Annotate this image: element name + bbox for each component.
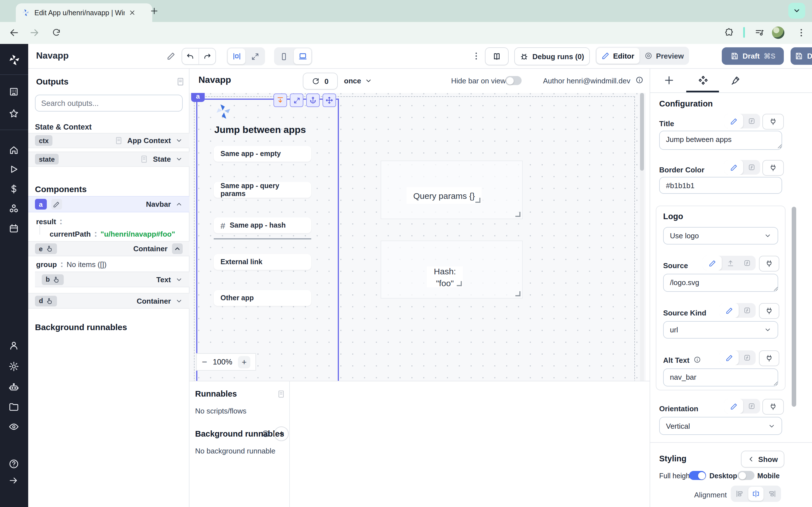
group-json-line[interactable]: group:No items ([])	[36, 259, 107, 269]
ctx-row[interactable]: ctx App Context	[28, 133, 190, 148]
anchor-icon[interactable]	[306, 94, 320, 107]
rename-pencil-icon[interactable]	[167, 52, 175, 60]
static-pencil-button[interactable]	[724, 160, 743, 175]
window-scrollbar-thumb[interactable]	[792, 207, 796, 407]
app-canvas[interactable]: a Jump between apps Same app - empty Sam…	[190, 93, 646, 381]
state-badge[interactable]: state	[35, 154, 59, 165]
windmill-logo[interactable]	[8, 54, 21, 66]
favorites-star-icon[interactable]	[8, 108, 19, 119]
redo-button[interactable]	[199, 48, 215, 64]
static-pencil-button[interactable]	[703, 256, 722, 270]
back-icon[interactable]	[9, 27, 19, 38]
reload-icon[interactable]	[52, 28, 61, 37]
logo-select[interactable]: Use logo	[663, 227, 778, 244]
billing-dollar-icon[interactable]	[8, 184, 19, 194]
connect-plug-button[interactable]	[762, 399, 784, 414]
tab-close-icon[interactable]	[129, 10, 135, 16]
function-button[interactable]	[739, 256, 756, 270]
nav-item-same-app-empty[interactable]: Same app - empty	[214, 146, 311, 162]
function-button[interactable]	[743, 160, 760, 175]
connect-plug-button[interactable]	[759, 303, 779, 319]
query-params-text[interactable]: Query params {}	[407, 187, 481, 204]
desktop-view-button[interactable]	[294, 48, 311, 64]
function-button[interactable]	[743, 114, 760, 128]
schedules-calendar-icon[interactable]	[8, 223, 19, 234]
nav-item-external-link[interactable]: External link	[214, 254, 311, 270]
nav-item-other-app[interactable]: Other app	[214, 290, 311, 306]
deploy-button[interactable]: Deploy	[791, 47, 812, 65]
full-height-mobile-toggle[interactable]	[738, 471, 755, 480]
centered-layout-button[interactable]	[228, 48, 245, 64]
collapse-arrow-icon[interactable]	[8, 475, 18, 486]
settings-gear-icon[interactable]	[8, 361, 19, 372]
connect-plug-button[interactable]	[759, 350, 779, 366]
connect-plug-button[interactable]	[759, 256, 779, 272]
static-pencil-button[interactable]	[719, 350, 739, 365]
expand-down-icon[interactable]	[273, 94, 287, 107]
component-row-text-b[interactable]: b Text	[35, 272, 190, 287]
chevron-up-icon[interactable]	[172, 243, 183, 254]
full-height-desktop-toggle[interactable]	[689, 471, 706, 480]
connect-plug-button[interactable]	[762, 114, 784, 129]
static-pencil-button[interactable]	[719, 303, 739, 318]
component-row-container-d[interactable]: d Container	[28, 293, 190, 309]
styling-brush-icon[interactable]	[730, 75, 741, 86]
d-badge[interactable]: d	[35, 295, 57, 306]
doc-icon[interactable]	[114, 136, 123, 145]
debug-runs-button[interactable]: Debug runs (0)	[514, 47, 590, 65]
docs-book-button[interactable]	[485, 47, 509, 65]
query-params-container[interactable]: Query params {}	[380, 161, 523, 219]
info-icon[interactable]	[636, 76, 644, 84]
navbar-badge[interactable]: a	[35, 199, 47, 210]
chevron-down-icon[interactable]	[175, 297, 183, 304]
canvas-scrollbar-track[interactable]	[640, 93, 644, 381]
align-left-button[interactable]	[732, 487, 747, 501]
extensions-icon[interactable]	[724, 27, 733, 37]
components-diamond-icon[interactable]	[698, 75, 709, 86]
preview-tab[interactable]: Preview	[641, 48, 688, 64]
runs-play-icon[interactable]	[8, 164, 19, 175]
function-button[interactable]	[743, 399, 760, 413]
doc-icon[interactable]	[140, 155, 148, 163]
runnables-doc-icon[interactable]	[277, 390, 285, 398]
undo-button[interactable]	[182, 48, 199, 64]
help-icon[interactable]	[8, 459, 19, 469]
chevron-down-icon[interactable]	[175, 276, 183, 283]
nav-item-same-app-hash[interactable]: # Same app - hash	[214, 217, 311, 233]
styling-show-button[interactable]: Show	[741, 451, 784, 467]
info-icon[interactable]	[262, 430, 269, 438]
hash-container[interactable]: Hash: "foo"	[380, 240, 523, 298]
edit-pencil-icon[interactable]	[51, 199, 62, 210]
function-button[interactable]	[739, 350, 756, 365]
mobile-view-button[interactable]	[275, 48, 293, 64]
fullscreen-icon[interactable]	[290, 94, 303, 107]
ctx-badge[interactable]: ctx	[35, 135, 53, 146]
outputs-doc-icon[interactable]	[176, 77, 185, 86]
connect-plug-button[interactable]	[762, 160, 784, 176]
source-input[interactable]: /logo.svg	[663, 274, 778, 292]
insert-plus-icon[interactable]	[664, 75, 674, 86]
component-id-badge[interactable]: a	[191, 93, 205, 102]
component-row-container-e[interactable]: e Container	[28, 241, 190, 256]
workers-robot-icon[interactable]	[8, 382, 19, 393]
browser-menu-icon[interactable]	[796, 27, 806, 38]
nav-item-same-app-query-params[interactable]: Same app - query params	[214, 182, 311, 198]
chevron-down-icon[interactable]	[175, 156, 183, 163]
resize-handle-icon[interactable]	[772, 380, 778, 386]
chevron-down-icon[interactable]	[175, 137, 183, 144]
hide-bar-toggle[interactable]	[505, 76, 522, 85]
resize-handle-icon[interactable]	[772, 286, 778, 291]
alt-text-input[interactable]: nav_bar	[663, 369, 778, 386]
zoom-in-button[interactable]: +	[238, 356, 250, 368]
function-button[interactable]	[739, 303, 756, 318]
b-badge[interactable]: b	[42, 274, 64, 285]
search-outputs-input[interactable]	[35, 95, 183, 112]
resources-cubes-icon[interactable]	[8, 203, 19, 214]
component-row-navbar[interactable]: a Navbar	[28, 196, 190, 212]
hash-text[interactable]: Hash: "foo"	[427, 267, 463, 287]
forward-icon[interactable]	[29, 27, 40, 38]
add-background-runnable-button[interactable]	[274, 427, 289, 441]
static-pencil-button[interactable]	[724, 114, 743, 128]
refresh-count-button[interactable]: 0	[303, 73, 338, 90]
draft-button[interactable]: Draft ⌘S	[722, 47, 784, 65]
